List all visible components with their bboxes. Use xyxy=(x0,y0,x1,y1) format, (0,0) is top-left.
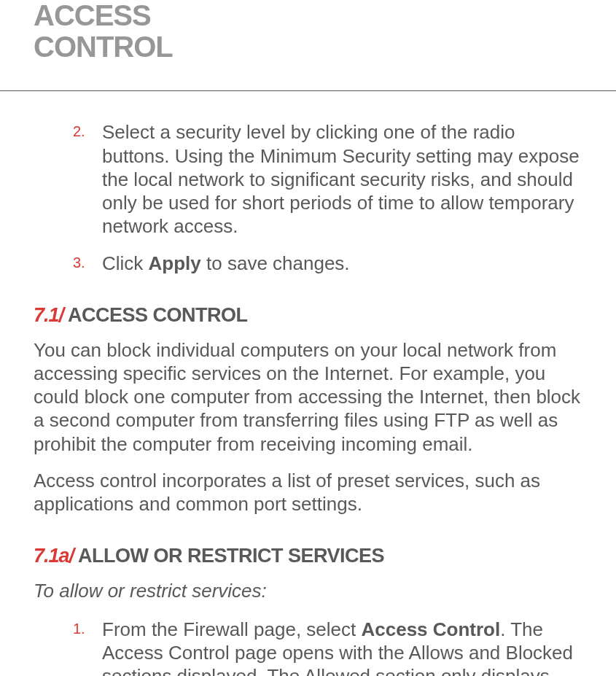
bold-text: Access Control xyxy=(361,618,500,640)
list-marker: 1. xyxy=(73,618,102,676)
section-7-1-para-1: You can block individual computers on yo… xyxy=(34,338,582,456)
body-text: Click xyxy=(102,252,149,274)
document-page: ACCESS CONTROL 2. Select a security leve… xyxy=(0,0,616,676)
section-7-1-para-2: Access control incorporates a list of pr… xyxy=(34,469,582,516)
body-text: Select a security level by clicking one … xyxy=(102,121,580,237)
list-text: Select a security level by clicking one … xyxy=(102,120,582,238)
section-number: 7.1a/ xyxy=(34,545,74,567)
list-text: Click Apply to save changes. xyxy=(102,252,350,275)
restrict-step-1: 1. From the Firewall page, select Access… xyxy=(34,618,582,676)
title-line-2: CONTROL xyxy=(34,31,173,63)
title-divider xyxy=(0,90,616,91)
main-content: 2. Select a security level by clicking o… xyxy=(34,119,582,676)
body-text: From the Firewall page, select xyxy=(102,618,361,640)
section-7-1a-heading: 7.1a/ ALLOW OR RESTRICT SERVICES xyxy=(34,545,582,567)
section-7-1-heading: 7.1/ ACCESS CONTROL xyxy=(34,304,582,327)
section-number: 7.1/ xyxy=(34,304,63,326)
title-line-1: ACCESS xyxy=(34,0,151,31)
section-title-text: ACCESS CONTROL xyxy=(63,304,248,326)
intro-step-3: 3. Click Apply to save changes. xyxy=(34,252,582,275)
list-text: From the Firewall page, select Access Co… xyxy=(102,618,582,676)
page-title: ACCESS CONTROL xyxy=(34,0,582,63)
list-marker: 2. xyxy=(73,120,102,238)
section-title-text: ALLOW OR RESTRICT SERVICES xyxy=(74,545,384,567)
bold-text: Apply xyxy=(149,252,201,274)
section-7-1a-lead: To allow or restrict services: xyxy=(34,579,582,602)
body-text: to save changes. xyxy=(201,252,350,274)
intro-step-2: 2. Select a security level by clicking o… xyxy=(34,120,582,238)
list-marker: 3. xyxy=(73,252,102,275)
